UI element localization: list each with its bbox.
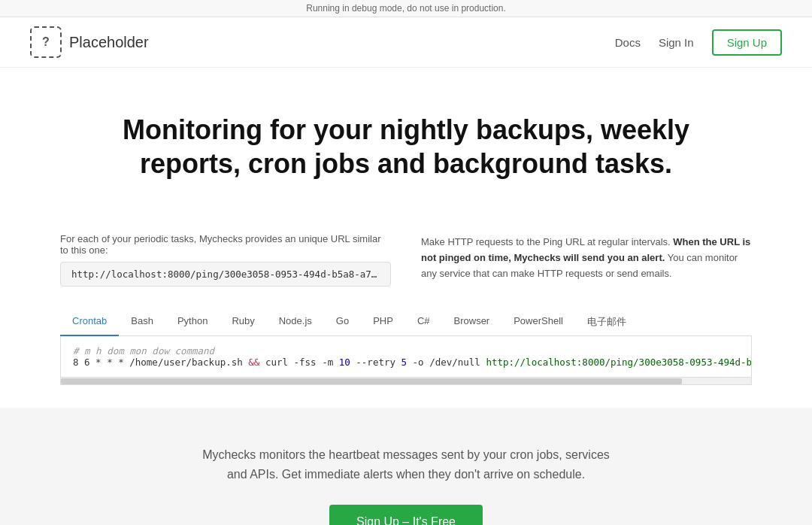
tab-crontab[interactable]: Crontab	[60, 309, 119, 336]
tab-go[interactable]: Go	[324, 309, 361, 336]
code-comment: # m h dom mon dow command	[73, 345, 739, 357]
code-scrollbar-thumb	[61, 378, 682, 384]
code-command: /home/user/backup.sh	[129, 357, 248, 368]
signup-button[interactable]: Sign Up	[712, 29, 782, 56]
logo-text: Placeholder	[69, 34, 149, 51]
tab-browser[interactable]: Browser	[442, 309, 502, 336]
right-text-before: Make HTTP requests to the Ping URL at re…	[421, 236, 673, 247]
docs-link[interactable]: Docs	[615, 36, 641, 49]
logo-area: ? Placeholder	[30, 26, 149, 58]
code-curl: curl -fss -m 10 --retry 5 -o /dev/null h…	[259, 357, 752, 368]
code-block: # m h dom mon dow command 8 6 * * * /hom…	[60, 336, 752, 378]
ping-url-box: http://localhost:8000/ping/300e3058-0953…	[60, 262, 391, 287]
tab-nodejs[interactable]: Node.js	[267, 309, 324, 336]
left-panel: For each of your periodic tasks, Mycheck…	[60, 233, 391, 287]
signin-link[interactable]: Sign In	[659, 36, 694, 49]
code-and: &&	[248, 357, 259, 368]
content-area: For each of your periodic tasks, Mycheck…	[0, 211, 812, 302]
hero-section: Monitoring for your nightly backups, wee…	[0, 68, 812, 211]
tab-ruby[interactable]: Ruby	[220, 309, 266, 336]
tab-python[interactable]: Python	[165, 309, 220, 336]
code-scrollbar[interactable]	[60, 378, 752, 385]
tab-powershell[interactable]: PowerShell	[501, 309, 575, 336]
hero-headline: Monitoring for your nightly backups, wee…	[113, 113, 699, 181]
tab-bash[interactable]: Bash	[119, 309, 165, 336]
tab-csharp[interactable]: C#	[405, 309, 442, 336]
code-line: 8 6 * * * /home/user/backup.sh && curl -…	[73, 357, 739, 368]
navbar: ? Placeholder Docs Sign In Sign Up	[0, 17, 812, 68]
footer-cta-text: Mychecks monitors the heartbeat messages…	[195, 445, 617, 484]
tab-php[interactable]: PHP	[361, 309, 405, 336]
tabs-bar: Crontab Bash Python Ruby Node.js Go PHP …	[60, 309, 752, 336]
tab-email[interactable]: 电子邮件	[575, 309, 638, 336]
tabs-section: Crontab Bash Python Ruby Node.js Go PHP …	[0, 302, 812, 385]
left-description: For each of your periodic tasks, Mycheck…	[60, 233, 391, 256]
logo-icon: ?	[30, 26, 62, 58]
debug-banner: Running in debug mode, do not use in pro…	[0, 0, 812, 17]
nav-links: Docs Sign In Sign Up	[615, 29, 782, 56]
debug-banner-text: Running in debug mode, do not use in pro…	[306, 3, 506, 14]
code-numbers: 8 6 * * *	[73, 357, 129, 368]
cta-signup-button[interactable]: Sign Up – It's Free	[329, 505, 483, 525]
footer-cta: Mychecks monitors the heartbeat messages…	[0, 408, 812, 525]
right-panel: Make HTTP requests to the Ping URL at re…	[421, 233, 752, 281]
